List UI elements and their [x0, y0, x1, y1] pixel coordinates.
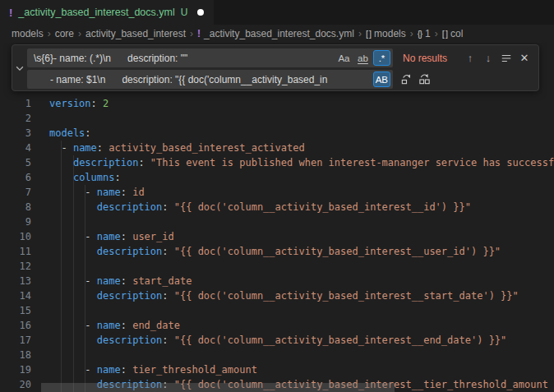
code-line[interactable]: 17 description: "{{ doc('column__activit… — [0, 333, 554, 348]
code-line[interactable]: 11 description: "{{ doc('column__activit… — [0, 244, 554, 259]
line-number: 10 — [0, 229, 31, 244]
breadcrumb-label: activity_based_interest — [85, 28, 186, 39]
breadcrumb-separator-icon: › — [78, 28, 81, 39]
breadcrumb-separator-icon: › — [358, 28, 362, 39]
code-line[interactable]: 9 — [0, 214, 554, 229]
line-number: 15 — [0, 303, 31, 318]
line-number: 1 — [0, 96, 31, 111]
code-line[interactable]: 19 - name: tier_threshold_amount — [0, 362, 554, 377]
line-content: - name: activity_based_interest_activate… — [31, 141, 305, 155]
line-number: 17 — [0, 333, 31, 348]
line-number: 2 — [0, 111, 31, 126]
horizontal-scrollbar[interactable] — [41, 383, 395, 392]
breadcrumb-item[interactable]: {}1 — [418, 28, 431, 39]
breadcrumb-item[interactable]: models — [12, 28, 44, 39]
find-results-status: No results — [403, 53, 460, 64]
vscode-window: ! _activity_based_interest_docs.yml U mo… — [0, 0, 554, 392]
code-area[interactable]: 1version: 223models:4 - name: activity_b… — [0, 96, 554, 392]
previous-match-button[interactable]: ↑ — [462, 50, 478, 67]
modified-dot-icon[interactable] — [197, 9, 204, 16]
line-number: 19 — [0, 362, 31, 377]
line-content: - name: user_id — [31, 229, 174, 244]
find-in-selection-button[interactable] — [498, 50, 515, 67]
replace-icon — [400, 73, 413, 85]
code-line[interactable]: 15 — [0, 303, 554, 318]
match-case-toggle[interactable]: Aa — [335, 50, 353, 66]
replace-all-button[interactable] — [416, 71, 432, 88]
replace-input[interactable]: - name: $1\n description: "{{ doc('colum… — [27, 70, 393, 89]
code-line[interactable]: 14 description: "{{ doc('column__activit… — [0, 288, 554, 303]
find-row: \s{6}- name: (.*)\n description: "" Aa a… — [27, 48, 535, 67]
regex-toggle[interactable]: .* — [373, 50, 390, 66]
breadcrumb-label: models — [12, 28, 44, 39]
toggle-replace-button[interactable] — [12, 45, 27, 90]
line-content: columns: — [31, 170, 121, 185]
code-line[interactable]: 6 columns: — [0, 170, 554, 185]
line-content — [31, 214, 49, 229]
line-number: 8 — [0, 200, 31, 214]
replace-all-icon — [418, 73, 431, 85]
breadcrumb-item[interactable]: activity_based_interest — [85, 28, 186, 39]
line-number: 13 — [0, 274, 31, 288]
whole-word-toggle[interactable]: ab — [354, 50, 372, 66]
editor[interactable]: 1version: 223models:4 - name: activity_b… — [0, 43, 554, 392]
code-line[interactable]: 13 - name: start_date — [0, 274, 554, 288]
tab-filename: _activity_based_interest_docs.yml — [18, 7, 174, 18]
line-content: description: "{{ doc('column__activity_b… — [31, 200, 471, 214]
code-line[interactable]: 2 — [0, 111, 554, 126]
breadcrumb-label: col — [450, 28, 463, 39]
line-content — [31, 259, 49, 274]
replace-value-text: - name: $1\n description: "{{ doc('colum… — [34, 74, 370, 85]
selection-lines-icon — [501, 53, 512, 64]
find-query-text: \s{6}- name: (.*)\n description: "" — [34, 53, 332, 64]
line-number: 12 — [0, 259, 31, 274]
replace-button[interactable] — [398, 71, 414, 88]
code-line[interactable]: 18 — [0, 348, 554, 362]
code-line[interactable]: 8 description: "{{ doc('column__activity… — [0, 200, 554, 214]
next-match-button[interactable]: ↓ — [480, 50, 496, 67]
breadcrumb-separator-icon: › — [435, 28, 438, 39]
line-number: 20 — [0, 377, 31, 392]
breadcrumb-label: 1 — [425, 28, 431, 39]
line-number: 5 — [0, 155, 31, 170]
line-number: 7 — [0, 185, 31, 200]
replace-row: - name: $1\n description: "{{ doc('colum… — [27, 70, 535, 89]
find-input[interactable]: \s{6}- name: (.*)\n description: "" Aa a… — [27, 48, 393, 67]
yaml-icon: ! — [197, 28, 201, 39]
breadcrumb-item[interactable]: [ ]models — [366, 28, 406, 39]
breadcrumb-label: _activity_based_interest_docs.yml — [204, 28, 354, 39]
git-status-badge: U — [181, 7, 188, 18]
yaml-icon: ! — [9, 7, 12, 19]
array-symbol-icon: [ ] — [442, 29, 447, 39]
code-line[interactable]: 10 - name: user_id — [0, 229, 554, 244]
line-number: 18 — [0, 348, 31, 362]
breadcrumb-item[interactable]: [ ]col — [442, 28, 464, 39]
code-line[interactable]: 5 description: "This event is published … — [0, 155, 554, 170]
tab-bar: ! _activity_based_interest_docs.yml U — [0, 0, 554, 25]
line-number: 9 — [0, 214, 31, 229]
object-symbol-icon: {} — [418, 29, 422, 39]
breadcrumb: models›core›activity_based_interest›!_ac… — [0, 25, 554, 43]
line-content — [31, 111, 49, 126]
line-content: description: "{{ doc('column__activity_b… — [31, 333, 506, 348]
breadcrumb-item[interactable]: !_activity_based_interest_docs.yml — [197, 28, 354, 39]
code-line[interactable]: 16 - name: end_date — [0, 318, 554, 333]
close-find-button[interactable]: ✕ — [516, 50, 533, 67]
array-symbol-icon: [ ] — [366, 29, 371, 39]
code-line[interactable]: 12 — [0, 259, 554, 274]
code-line[interactable]: 1version: 2 — [0, 96, 554, 111]
line-content: description: "{{ doc('column__activity_b… — [31, 244, 501, 259]
preserve-case-toggle[interactable]: AB — [373, 71, 390, 87]
code-line[interactable]: 3models: — [0, 126, 554, 141]
breadcrumb-separator-icon: › — [190, 28, 193, 39]
line-number: 16 — [0, 318, 31, 333]
code-line[interactable]: 7 - name: id — [0, 185, 554, 200]
line-content: - name: tier_threshold_amount — [31, 362, 257, 377]
line-content: - name: end_date — [31, 318, 180, 333]
code-line[interactable]: 4 - name: activity_based_interest_activa… — [0, 141, 554, 155]
line-content — [31, 348, 49, 362]
tab-active[interactable]: ! _activity_based_interest_docs.yml U — [0, 0, 214, 25]
line-number: 4 — [0, 141, 31, 155]
breadcrumb-item[interactable]: core — [55, 28, 74, 39]
line-number: 3 — [0, 126, 31, 141]
